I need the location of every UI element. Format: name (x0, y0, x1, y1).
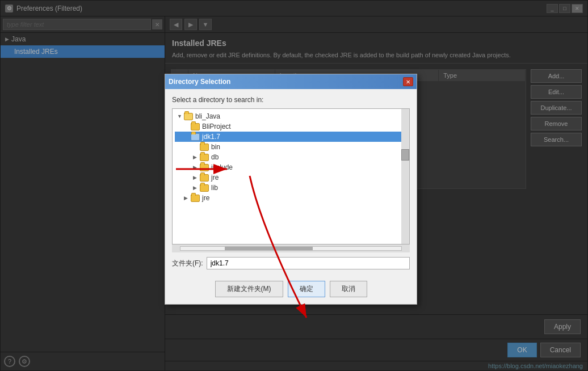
dialog-cancel-button[interactable]: 取消 (330, 281, 367, 297)
tree-item-lib[interactable]: ▶ lib (175, 183, 407, 193)
jre1-folder-icon (200, 174, 209, 182)
bliProject-label: BliProject (202, 123, 231, 130)
confirm-button[interactable]: 确定 (288, 281, 325, 297)
db-folder-icon (200, 154, 209, 161)
dialog-scrollbar[interactable] (401, 109, 409, 244)
dialog-footer: 新建文件夹(M) 确定 取消 (165, 276, 417, 304)
folder-field-row: 文件夹(F): (172, 257, 410, 269)
tree-item-bin[interactable]: bin (175, 142, 407, 152)
tree-item-jdk17[interactable]: jdk1.7 (175, 132, 407, 142)
jdk17-label: jdk1.7 (202, 133, 220, 141)
tree-item-bliJava[interactable]: ▼ bli_Java (175, 111, 407, 121)
dialog-prompt: Select a directory to search in: (172, 96, 410, 104)
hscrollbar-thumb (225, 247, 313, 250)
hscrollbar-track (180, 246, 402, 251)
jre2-label: jre (202, 194, 209, 202)
dialog-overlay: Directory Selection ✕ Select a directory… (0, 0, 588, 371)
tree-item-db[interactable]: ▶ db (175, 152, 407, 162)
include-label: include (211, 163, 233, 171)
dialog-tree-container[interactable]: ▼ bli_Java BliProject jdk1.7 (172, 108, 410, 244)
tree-item-bliProject[interactable]: BliProject (175, 121, 407, 132)
dialog-scrollbar-thumb (401, 149, 409, 161)
bin-label: bin (211, 143, 220, 151)
lib-label: lib (211, 184, 218, 192)
folder-field-input[interactable] (207, 257, 410, 269)
include-arrow-icon: ▶ (193, 165, 199, 170)
tree-item-include[interactable]: ▶ include (175, 162, 407, 172)
bliJava-folder-icon (184, 113, 193, 120)
jdk17-folder-icon (191, 133, 200, 141)
bin-folder-icon (200, 144, 209, 151)
lib-folder-icon (200, 184, 209, 192)
jre2-arrow-icon: ▶ (184, 195, 190, 201)
bliJava-arrow-icon: ▼ (177, 113, 183, 119)
jre1-arrow-icon: ▶ (193, 175, 199, 180)
tree-item-jre2[interactable]: ▶ jre (175, 193, 407, 203)
new-folder-button[interactable]: 新建文件夹(M) (215, 281, 283, 297)
dialog-title-bar: Directory Selection ✕ (165, 74, 417, 89)
dialog-body: Select a directory to search in: ▼ bli_J… (165, 89, 417, 276)
dialog-tree: ▼ bli_Java BliProject jdk1.7 (173, 109, 409, 205)
jre1-label: jre (211, 174, 219, 182)
bliProject-folder-icon (191, 123, 200, 130)
folder-field-label: 文件夹(F): (172, 259, 203, 268)
db-arrow-icon: ▶ (193, 154, 199, 160)
jre2-folder-icon (191, 195, 200, 202)
directory-dialog: Directory Selection ✕ Select a directory… (165, 74, 417, 305)
tree-item-jre1[interactable]: ▶ jre (175, 172, 407, 183)
dialog-close-button[interactable]: ✕ (403, 77, 413, 86)
db-label: db (211, 153, 219, 161)
lib-arrow-icon: ▶ (193, 185, 199, 191)
dialog-hscrollbar[interactable] (172, 244, 410, 252)
bliJava-label: bli_Java (195, 112, 220, 120)
dialog-title: Directory Selection (169, 78, 230, 86)
include-folder-icon (200, 164, 209, 171)
